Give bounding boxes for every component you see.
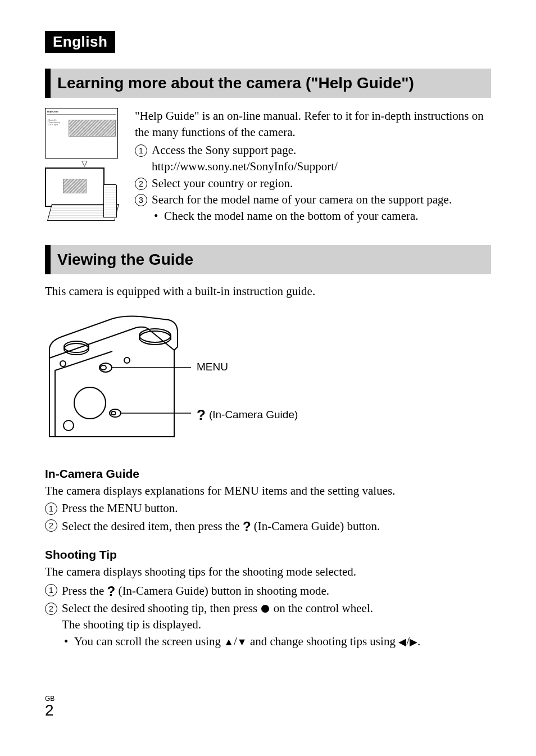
question-icon: ? <box>197 406 206 424</box>
st-bullet-prefix: You can scroll the screen using <box>74 635 224 648</box>
laptop-phone-illustration <box>45 168 118 221</box>
in-camera-guide-steps: Press the MENU button. Select the desire… <box>45 500 491 536</box>
camera-diagram: MENU ? (In-Camera Guide) <box>45 307 491 448</box>
footer-region: GB <box>45 695 491 703</box>
left-arrow-icon: ◀ <box>398 636 406 648</box>
browser-window-illustration: Help Guide □ How to Use□ Troubleshooting… <box>45 108 118 159</box>
step-2-text: Select your country or region. <box>152 176 293 190</box>
icg-step-2: Select the desired item, then press the … <box>45 517 491 536</box>
shooting-tip-title: Shooting Tip <box>45 548 491 562</box>
down-arrow-icon: ▼ <box>237 636 247 648</box>
st-step-1-prefix: Press the <box>62 584 107 597</box>
help-guide-text: "Help Guide" is an on-line manual. Refer… <box>135 108 491 225</box>
help-guide-steps: Access the Sony support page. http://www… <box>135 142 491 225</box>
st-bullet-middle: and change shooting tips using <box>247 635 398 648</box>
language-badge: English <box>45 31 115 53</box>
callout-in-camera-guide: ? (In-Camera Guide) <box>197 406 298 424</box>
in-camera-guide-section: In-Camera Guide The camera displays expl… <box>45 467 491 536</box>
icg-step-2-suffix: (In-Camera Guide) button. <box>251 519 380 533</box>
svg-point-11 <box>111 411 116 415</box>
section-heading-help-guide: Learning more about the camera ("Help Gu… <box>45 69 491 98</box>
svg-point-9 <box>74 387 106 419</box>
st-step-2: Select the desired shooting tip, then pr… <box>45 600 491 650</box>
center-button-icon <box>261 605 269 613</box>
step-1-text: Access the Sony support page. <box>152 143 296 157</box>
in-camera-guide-title: In-Camera Guide <box>45 467 491 481</box>
up-arrow-icon: ▲ <box>224 636 234 648</box>
shooting-tip-section: Shooting Tip The camera displays shootin… <box>45 548 491 650</box>
st-step-2-suffix: on the control wheel. <box>270 601 373 615</box>
st-step-1-suffix: (In-Camera Guide) button in shooting mod… <box>115 584 329 597</box>
step-1: Access the Sony support page. http://www… <box>135 142 491 175</box>
down-arrow-icon: ▽ <box>45 161 124 166</box>
callout-menu-label: MENU <box>197 361 228 373</box>
help-guide-intro-text: "Help Guide" is an on-line manual. Refer… <box>135 108 491 141</box>
footer-page-number: 2 <box>45 703 491 718</box>
step-3-text: Search for the model name of your camera… <box>152 193 452 206</box>
help-guide-illustration: Help Guide □ How to Use□ Troubleshooting… <box>45 108 124 225</box>
icg-step-2-prefix: Select the desired item, then press the <box>62 519 243 533</box>
icg-step-1: Press the MENU button. <box>45 500 491 517</box>
viewing-guide-intro: This camera is equipped with a built-in … <box>45 284 491 298</box>
camera-outline-svg <box>45 307 191 448</box>
icg-step-1-text: Press the MENU button. <box>62 501 178 515</box>
step-3-bullet: Check the model name on the bottom of yo… <box>152 208 491 224</box>
svg-point-7 <box>60 361 66 366</box>
shooting-tip-steps: Press the ? (In-Camera Guide) button in … <box>45 582 491 650</box>
callout-menu: MENU <box>197 361 228 373</box>
question-icon: ? <box>107 583 116 599</box>
st-step-2-bullet: You can scroll the screen using ▲/▼ and … <box>62 633 491 650</box>
callout-guide-label: (In-Camera Guide) <box>209 409 298 421</box>
step-2: Select your country or region. <box>135 175 491 192</box>
in-camera-guide-intro: The camera displays explanations for MEN… <box>45 483 491 499</box>
svg-point-8 <box>63 420 74 431</box>
shooting-tip-intro: The camera displays shooting tips for th… <box>45 564 491 580</box>
step-1-url: http://www.sony.net/SonyInfo/Support/ <box>152 160 338 173</box>
section-heading-viewing-guide: Viewing the Guide <box>45 245 491 274</box>
help-guide-intro-block: Help Guide □ How to Use□ Troubleshooting… <box>45 108 491 225</box>
st-step-2-line2: The shooting tip is displayed. <box>62 617 491 633</box>
step-3: Search for the model name of your camera… <box>135 192 491 225</box>
svg-point-5 <box>101 365 106 370</box>
right-arrow-icon: ▶ <box>410 636 417 648</box>
svg-point-6 <box>124 357 130 363</box>
st-step-2-prefix: Select the desired shooting tip, then pr… <box>62 601 260 615</box>
st-step-1: Press the ? (In-Camera Guide) button in … <box>45 582 491 601</box>
page-footer: GB 2 <box>45 695 491 718</box>
st-bullet-suffix: . <box>417 635 420 648</box>
question-icon: ? <box>243 519 251 534</box>
